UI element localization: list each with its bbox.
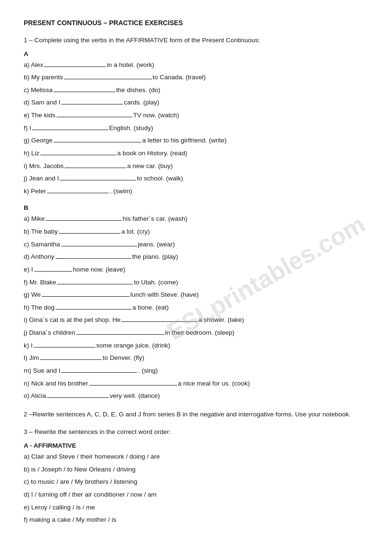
ex3a-c: c) to music / are / My brothers / listen… [24,476,368,488]
blank-1a-e[interactable] [56,110,132,117]
ex1a-e: e) The kids TV now. (watch) [24,110,368,121]
ex1b-m: m) Sue and I . (sing) [24,365,368,376]
ex1a-a: a) Alex in a hotel. (work) [24,59,368,71]
ex3a-a: a) Clair and Steve / their homework / do… [24,451,368,462]
blank-1a-g[interactable] [54,135,141,142]
blank-1b-e[interactable] [34,264,72,272]
ex1a-g: g) George a letter to his girlfriend. (w… [24,135,368,146]
blank-1a-i[interactable] [65,160,126,168]
ex1b-j: j) Diana´s children in their bedroom. (s… [24,327,368,339]
ex1a-j: j) Jean and I to school. (walk) [24,173,368,184]
blank-1a-b[interactable] [64,72,152,79]
section-b-label: B [24,204,368,211]
ex3a-b: b) is / Joseph / to New Orleans / drivin… [24,464,368,475]
blank-1b-b[interactable] [59,226,121,234]
ex1b-g: g) We lunch with Steve. (have) [24,289,368,301]
ex1a-d: d) Sam and I cards. (play) [24,97,368,108]
blank-1b-l[interactable] [40,352,102,360]
blank-1b-m[interactable] [61,365,137,373]
ex1b-o: o) Alicia very well. (dance) [24,390,368,402]
blank-1a-k[interactable] [47,186,109,193]
blank-1b-o[interactable] [47,390,109,398]
section3a-label: A - AFFIRMATIVE [24,442,368,449]
ex1b-e: e) I home now. (leave) [24,264,368,275]
ex1b-n: n) Nick and his brother a nice meal for … [24,378,368,389]
blank-1b-c[interactable] [61,239,137,246]
blank-1b-h[interactable] [56,302,131,310]
exercise3-instruction: 3 – Rewrite the sentences in the correct… [24,427,368,437]
blank-1b-j[interactable] [76,327,164,335]
blank-1a-d[interactable] [61,97,123,104]
ex1b-h: h) The dog a bone. (eat) [24,302,368,313]
blank-1a-a[interactable] [44,59,106,67]
blank-1a-f[interactable] [32,122,108,130]
blank-1b-f[interactable] [57,277,133,284]
blank-1a-c[interactable] [54,85,115,92]
ex1b-b: b) The baby a lot. (cry) [24,226,368,237]
blank-1b-a[interactable] [46,213,121,221]
ex1b-c: c) Samantha jeans. (wear) [24,239,368,250]
blank-1b-n[interactable] [89,378,177,386]
ex1a-i: i) Mrs. Jacobs a new car. (buy) [24,160,368,172]
ex1b-a: a) Mike his father´s car. (wash) [24,213,368,225]
ex1a-c: c) Melissa the dishes. (do) [24,85,368,96]
blank-1a-j[interactable] [60,173,136,180]
ex3a-d: d) I / turning off / ther air conditione… [24,489,368,500]
exercise1-instruction: 1 – Complete using the verbs in the AFFI… [24,35,368,46]
exercise2-instruction: 2 –Rewrite sentences A, C, D, E, G and J… [24,409,368,420]
section-a-label: A [24,50,368,57]
ex1b-k: k) I some orange juice. (drink) [24,340,368,351]
ex1b-i: i) Gina´s cat is at the pet shop. He a s… [24,314,368,326]
blank-1a-h[interactable] [40,148,116,155]
blank-1b-g[interactable] [42,289,130,297]
ex3a-f: f) making a cake / My mother / is [24,514,368,526]
ex3a-e: e) Leroy / calling / is / me [24,502,368,513]
blank-1b-i[interactable] [121,314,197,322]
ex1b-d: d) Anthony the piano. (play) [24,251,368,263]
ex1a-b: b) My parents to Canada. (travel) [24,72,368,83]
ex1b-f: f) Mr. Blake to Utah. (come) [24,277,368,288]
ex1a-f: f) I English. (study) [24,122,368,134]
page-title: PRESENT CONTINUOUS – PRACTICE EXERCISES [24,19,368,27]
blank-1b-k[interactable] [34,340,95,348]
ex1a-k: k) Peter . (swim) [24,186,368,197]
ex1b-l: l) Jim to Denver. (fly) [24,352,368,364]
blank-1b-d[interactable] [56,251,131,259]
ex1a-h: h) Liz a book on History. (read) [24,148,368,159]
